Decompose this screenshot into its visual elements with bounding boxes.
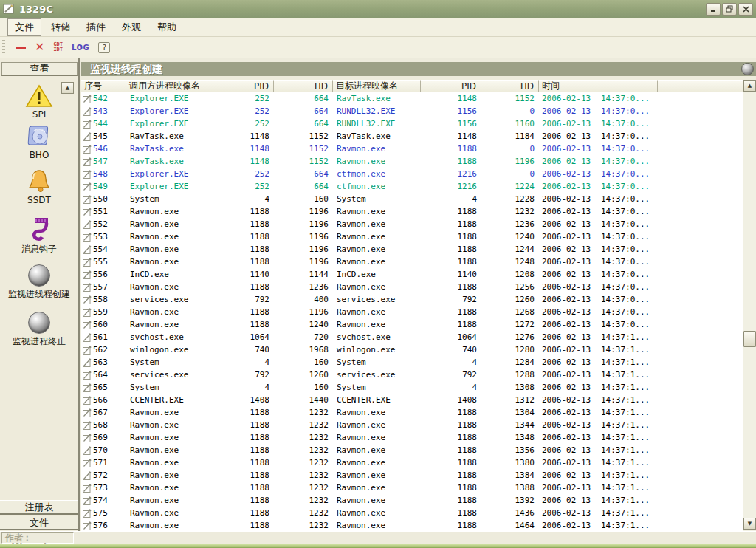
cell-caller-tid: 400: [274, 295, 333, 304]
table-row[interactable]: 568 Ravmon.exe 1188 1232 Ravmon.exe 1188…: [81, 419, 743, 431]
sidebar-tab-file[interactable]: 文件: [0, 516, 78, 530]
gdt-idt-tool-button[interactable]: GDT IDT: [53, 42, 63, 52]
toolbar-grip[interactable]: [2, 40, 5, 55]
table-row[interactable]: 554 Ravmon.exe 1188 1196 Ravmon.exe 1188…: [81, 243, 743, 256]
table-row[interactable]: 555 Ravmon.exe 1188 1196 Ravmon.exe 1188…: [81, 256, 743, 268]
table-row[interactable]: 544 Explorer.EXE 252 664 RUNDLL32.EXE 11…: [81, 117, 743, 130]
table-row[interactable]: 571 Ravmon.exe 1188 1232 Ravmon.exe 1188…: [81, 456, 743, 469]
cell-target-pid: 792: [421, 295, 481, 304]
table-row[interactable]: 559 Ravmon.exe 1188 1196 Ravmon.exe 1188…: [81, 306, 743, 318]
close-button[interactable]: [738, 3, 753, 16]
cell-target-tid: 1356: [481, 445, 539, 455]
minimize-button[interactable]: [706, 3, 721, 16]
table-row[interactable]: 548 Explorer.EXE 252 664 ctfmon.exe 1216…: [81, 168, 743, 180]
log-entry-icon: [83, 484, 92, 493]
menu-dump[interactable]: 转储: [44, 19, 77, 35]
table-row[interactable]: 542 Explorer.EXE 252 664 RavTask.exe 114…: [81, 92, 743, 105]
col-header-seq[interactable]: 序号: [81, 80, 120, 92]
cell-caller-image: Ravmon.exe: [120, 320, 216, 329]
table-row[interactable]: 569 Ravmon.exe 1188 1232 Ravmon.exe 1188…: [81, 431, 743, 444]
table-row[interactable]: 573 Ravmon.exe 1188 1232 Ravmon.exe 1188…: [81, 482, 743, 494]
scroll-down-button[interactable]: ▼: [743, 518, 756, 530]
delete-tool-button[interactable]: ✕: [35, 41, 44, 53]
restore-button[interactable]: [722, 3, 737, 16]
log-tool-button[interactable]: LOG: [72, 44, 89, 52]
table-row[interactable]: 546 RavTask.exe 1148 1152 Ravmon.exe 118…: [81, 143, 743, 155]
menu-file[interactable]: 文件: [7, 18, 41, 36]
cell-target-pid: 1188: [421, 232, 481, 242]
table-row[interactable]: 550 System 4 160 System 4 1228 2006-02-1…: [81, 193, 743, 205]
sidebar-item-message-hook[interactable]: 消息钩子: [0, 216, 78, 256]
table-row[interactable]: 570 Ravmon.exe 1188 1232 Ravmon.exe 1188…: [81, 444, 743, 456]
sidebar-header-view[interactable]: 查看: [1, 62, 78, 76]
minus-tool-button[interactable]: [16, 47, 26, 49]
table-row[interactable]: 553 Ravmon.exe 1188 1196 Ravmon.exe 1188…: [81, 230, 743, 243]
cell-target-image: InCD.exe: [333, 270, 421, 279]
cell-target-image: Ravmon.exe: [333, 144, 421, 154]
menu-help[interactable]: 帮助: [151, 19, 183, 35]
table-row[interactable]: 564 services.exe 792 1260 services.exe 7…: [81, 369, 743, 381]
menu-appearance[interactable]: 外观: [115, 19, 148, 35]
col-header-time[interactable]: 时间: [539, 80, 658, 92]
sidebar-item-ssdt[interactable]: SSDT: [0, 168, 78, 205]
cell-target-tid: 1344: [481, 420, 539, 430]
table-row[interactable]: 561 svchost.exe 1064 720 svchost.exe 106…: [81, 331, 743, 343]
cell-time: 2006-02-1314:37:1...: [539, 483, 658, 493]
table-row[interactable]: 563 System 4 160 System 4 1284 2006-02-1…: [81, 356, 743, 369]
table-row[interactable]: 567 Ravmon.exe 1188 1232 Ravmon.exe 1188…: [81, 406, 743, 419]
log-entry-icon: [83, 421, 92, 430]
sidebar-item-monitor-process-terminate[interactable]: 监视进程终止: [0, 312, 78, 348]
table-row[interactable]: 574 Ravmon.exe 1188 1232 Ravmon.exe 1188…: [81, 494, 743, 507]
cell-target-pid: 1188: [421, 445, 481, 455]
col-header-pid2[interactable]: PID: [421, 80, 481, 92]
table-row[interactable]: 557 Ravmon.exe 1188 1236 Ravmon.exe 1188…: [81, 281, 743, 293]
col-header-pid1[interactable]: PID: [216, 80, 274, 92]
table-row[interactable]: 547 RavTask.exe 1148 1152 Ravmon.exe 118…: [81, 155, 743, 168]
table-row[interactable]: 558 services.exe 792 400 services.exe 79…: [81, 293, 743, 306]
cell-caller-pid: 1148: [216, 157, 274, 166]
table-row[interactable]: 551 Ravmon.exe 1188 1196 Ravmon.exe 1188…: [81, 205, 743, 218]
table-row[interactable]: 556 InCD.exe 1140 1144 InCD.exe 1140 120…: [81, 268, 743, 281]
cell-caller-pid: 1188: [216, 219, 274, 229]
menu-plugin[interactable]: 插件: [80, 19, 112, 35]
sidebar-item-monitor-process-create[interactable]: 监视进线程创建: [0, 264, 78, 301]
col-header-caller[interactable]: 调用方进程映像名: [120, 80, 216, 92]
table-row[interactable]: 549 Explorer.EXE 252 664 ctfmon.exe 1216…: [81, 180, 743, 193]
cell-caller-image: Ravmon.exe: [120, 219, 216, 229]
sidebar-item-bho[interactable]: BHO: [0, 124, 78, 160]
cell-target-image: Ravmon.exe: [333, 483, 421, 493]
scroll-up-button[interactable]: ▲: [743, 80, 756, 92]
col-header-target[interactable]: 目标进程映像名: [333, 80, 421, 92]
table-row[interactable]: 560 Ravmon.exe 1188 1240 Ravmon.exe 1188…: [81, 318, 743, 331]
table-row[interactable]: 543 Explorer.EXE 252 664 RUNDLL32.EXE 11…: [81, 105, 743, 117]
cell-target-image: Ravmon.exe: [333, 433, 421, 442]
cell-caller-tid: 160: [274, 357, 333, 367]
table-row[interactable]: 562 winlogon.exe 740 1968 winlogon.exe 7…: [81, 343, 743, 356]
col-header-tid2[interactable]: TID: [481, 80, 539, 92]
sidebar-tab-registry[interactable]: 注册表: [0, 500, 78, 515]
table-row[interactable]: 576 Ravmon.exe 1188 1232 Ravmon.exe 1188…: [81, 519, 743, 531]
table-row[interactable]: 565 System 4 160 System 4 1308 2006-02-1…: [81, 381, 743, 394]
cell-target-tid: 1240: [481, 232, 539, 242]
table-vertical-scrollbar[interactable]: ▲ ▼: [743, 80, 756, 531]
cell-time: 2006-02-1314:37:0...: [539, 320, 658, 329]
cell-target-pid: 1188: [421, 458, 481, 467]
scrollbar-thumb[interactable]: [743, 331, 756, 347]
help-tool-button[interactable]: ?: [98, 42, 110, 53]
cell-caller-image: Ravmon.exe: [120, 232, 216, 242]
table-row[interactable]: 566 CCENTER.EXE 1408 1440 CCENTER.EXE 14…: [81, 394, 743, 406]
table-row[interactable]: 552 Ravmon.exe 1188 1196 Ravmon.exe 1188…: [81, 218, 743, 230]
col-header-tid1[interactable]: TID: [274, 80, 333, 92]
table-row[interactable]: 575 Ravmon.exe 1188 1232 Ravmon.exe 1188…: [81, 507, 743, 519]
panel-sphere-button[interactable]: [741, 63, 754, 75]
cell-seq: 553: [93, 232, 108, 242]
titlebar: 1329C: [0, 0, 756, 18]
cell-seq: 574: [93, 496, 108, 505]
cell-seq: 569: [93, 433, 108, 442]
cell-target-image: RavTask.exe: [333, 131, 421, 141]
restore-icon: [726, 5, 733, 13]
sidebar-item-spi[interactable]: SPI: [0, 84, 78, 120]
table-row[interactable]: 572 Ravmon.exe 1188 1232 Ravmon.exe 1188…: [81, 469, 743, 482]
table-row[interactable]: 545 RavTask.exe 1148 1152 RavTask.exe 11…: [81, 130, 743, 143]
log-entry-icon: [83, 233, 92, 242]
